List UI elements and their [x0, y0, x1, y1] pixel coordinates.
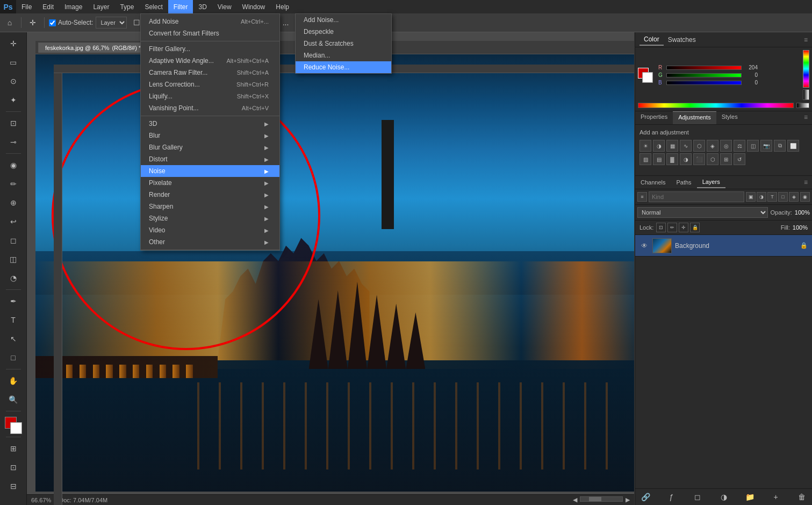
noise-median-menu[interactable]: Median... [296, 49, 391, 61]
bw-adj-icon[interactable]: ◫ [747, 140, 759, 152]
brush-tool[interactable]: ✏ [5, 175, 22, 193]
auto-select-checkbox[interactable] [49, 19, 56, 26]
lasso-tool[interactable]: ⊙ [5, 73, 22, 90]
canvas-content[interactable] [35, 54, 634, 492]
filter-smart-icon[interactable]: ◈ [789, 192, 799, 202]
menu-select[interactable]: Select [139, 0, 168, 13]
menu-help[interactable]: Help [270, 0, 294, 13]
add-adjustment-btn[interactable]: ◑ [718, 491, 730, 503]
marquee-rect-tool[interactable]: ▭ [5, 54, 22, 71]
menu-view[interactable]: View [212, 0, 237, 13]
channels-tab[interactable]: Channels [635, 177, 671, 188]
rotate-adj-icon[interactable]: ↺ [734, 153, 745, 165]
crop-tool[interactable]: ⊡ [5, 115, 22, 132]
vanishing-point-menu[interactable]: Vanishing Point... Alt+Ctrl+V [141, 102, 279, 114]
brightness-adj-icon[interactable]: ☀ [639, 140, 651, 152]
opacity-slider[interactable] [803, 89, 809, 100]
noise-reduce-noise-menu[interactable]: Reduce Noise... [296, 61, 391, 73]
filter-shape-icon[interactable]: □ [778, 192, 788, 202]
horizontal-scrollbar[interactable] [580, 496, 623, 502]
lens-correction-menu[interactable]: Lens Correction... Shift+Ctrl+R [141, 79, 279, 90]
filter-toggle-icon[interactable]: ◉ [800, 192, 810, 202]
lock-all-icon[interactable]: 🔒 [690, 223, 700, 232]
photo-adj-icon[interactable]: 📷 [760, 140, 772, 152]
gradient-map-adj-icon[interactable]: ▓ [666, 153, 678, 165]
filter-video-menu[interactable]: Video ▶ [141, 224, 279, 236]
scroll-right-btn[interactable]: ▶ [626, 496, 630, 503]
adaptive-wide-angle-menu[interactable]: Adaptive Wide Angle... Alt+Shift+Ctrl+A [141, 55, 279, 67]
path-select-tool[interactable]: ↖ [5, 330, 22, 347]
spectrum-slider[interactable] [803, 50, 809, 88]
history-brush-tool[interactable]: ↩ [5, 213, 22, 230]
toolbar-home-btn[interactable]: ⌂ [3, 16, 17, 30]
layer-visibility-icon[interactable]: 👁 [639, 241, 649, 251]
add-layer-btn[interactable]: + [770, 491, 782, 503]
background-color[interactable] [10, 422, 22, 434]
hsl-adj-icon[interactable]: ◎ [720, 140, 732, 152]
filter-pixel-icon[interactable]: ▣ [746, 192, 756, 202]
r-slider[interactable] [666, 66, 742, 70]
extra-tool2[interactable]: ⊡ [5, 459, 22, 476]
toolbar-move-btn[interactable]: ✛ [26, 16, 40, 30]
styles-tab[interactable]: Styles [716, 111, 743, 124]
filter-blur-menu[interactable]: Blur ▶ [141, 130, 279, 141]
menu-layer[interactable]: Layer [88, 0, 114, 13]
add-group-btn[interactable]: 📁 [744, 491, 756, 503]
add-mask-btn[interactable]: ◻ [692, 491, 703, 503]
filter-gallery-menu[interactable]: Filter Gallery... [141, 43, 279, 55]
extra-tool1[interactable]: ⊞ [5, 440, 22, 457]
delete-layer-btn[interactable]: 🗑 [796, 491, 808, 503]
eyedropper-tool[interactable]: ⊸ [5, 133, 22, 151]
bg-color-swatch[interactable] [642, 72, 653, 83]
filter-render-menu[interactable]: Render ▶ [141, 189, 279, 201]
color-tab[interactable]: Color [639, 34, 664, 46]
layers-search-input[interactable] [649, 191, 744, 202]
selective-color-adj-icon[interactable]: ◑ [680, 153, 692, 165]
scroll-left-btn[interactable]: ◀ [573, 496, 577, 503]
filter-add-noise-menu[interactable]: Add Noise Alt+Ctrl+... [141, 16, 279, 27]
swatches-tab[interactable]: Swatches [664, 34, 700, 45]
g-slider[interactable] [666, 73, 742, 77]
filter-noise-menu[interactable]: Noise ▶ [141, 165, 279, 177]
filter-distort-menu[interactable]: Distort ▶ [141, 153, 279, 165]
noise-despeckle-menu[interactable]: Despeckle [296, 26, 391, 38]
adjustments-tab[interactable]: Adjustments [673, 111, 716, 124]
menu-3d[interactable]: 3D [193, 0, 212, 13]
posterize-adj-icon[interactable]: ▨ [639, 153, 651, 165]
filter-pixelate-menu[interactable]: Pixelate ▶ [141, 177, 279, 189]
menu-edit[interactable]: Edit [37, 0, 59, 13]
fill-value[interactable]: 100% [793, 224, 808, 231]
noise-add-noise-menu[interactable]: Add Noise... [296, 14, 391, 26]
contrast-adj-icon[interactable]: ◑ [653, 140, 665, 152]
opacity-value[interactable]: 100% [795, 209, 810, 216]
channel-adj-icon[interactable]: ⧉ [774, 140, 786, 152]
dodge-tool[interactable]: ◔ [5, 269, 22, 287]
layers-tab[interactable]: Layers [697, 176, 725, 188]
levels-adj-icon[interactable]: ▦ [666, 140, 678, 152]
move-tool[interactable]: ✛ [5, 35, 22, 52]
filter-sharpen-menu[interactable]: Sharpen ▶ [141, 201, 279, 212]
liquify-menu[interactable]: Liquify... Shift+Ctrl+X [141, 90, 279, 102]
clone-stamp-tool[interactable]: ⊕ [5, 194, 22, 211]
hue-bar[interactable] [638, 103, 794, 108]
lightness-bar[interactable] [796, 103, 809, 108]
shape-tool[interactable]: □ [5, 349, 22, 366]
menu-image[interactable]: Image [59, 0, 88, 13]
variations-adj-icon[interactable]: ⊞ [720, 153, 732, 165]
filter-type-icon[interactable]: T [767, 192, 777, 202]
hdr-adj-icon[interactable]: ⬡ [707, 153, 718, 165]
menu-window[interactable]: Window [237, 0, 271, 13]
vibrance-adj-icon[interactable]: ◈ [707, 140, 718, 152]
menu-filter[interactable]: Filter [168, 0, 193, 13]
magic-wand-tool[interactable]: ✦ [5, 91, 22, 109]
filter-3d-menu[interactable]: 3D ▶ [141, 118, 279, 130]
spot-heal-tool[interactable]: ◉ [5, 157, 22, 174]
layer-item-background[interactable]: 👁 Background 🔒 [635, 235, 812, 257]
lock-pixels-icon[interactable]: ✏ [667, 223, 677, 232]
b-slider[interactable] [666, 81, 742, 85]
menu-type[interactable]: Type [114, 0, 139, 13]
filter-blur-gallery-menu[interactable]: Blur Gallery ▶ [141, 141, 279, 153]
filter-adj-icon[interactable]: ◑ [757, 192, 766, 202]
blend-mode-select[interactable]: Normal [637, 207, 768, 218]
more-btn[interactable]: ... [278, 16, 292, 30]
